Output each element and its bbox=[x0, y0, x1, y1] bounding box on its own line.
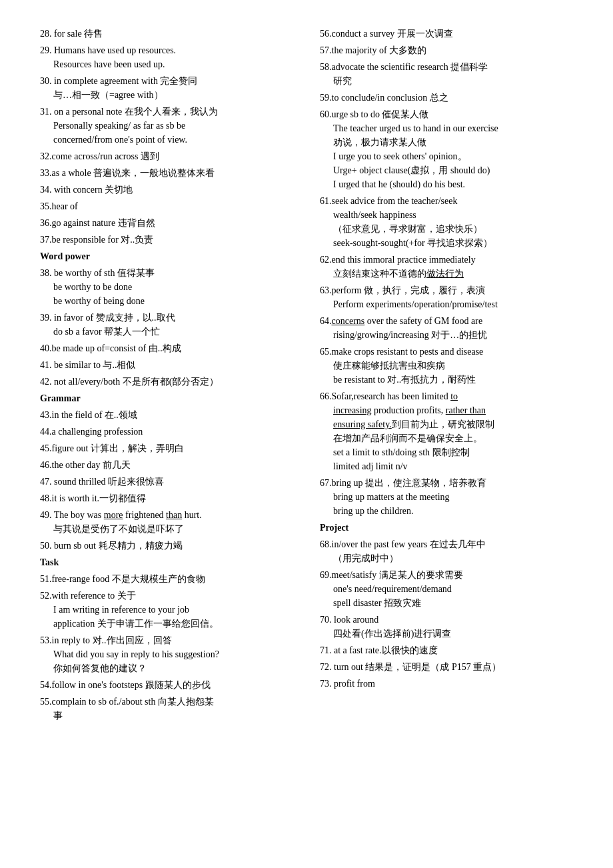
list-item: 42. not all/every/both 不是所有都(部分否定） bbox=[40, 375, 293, 389]
line: spell disaster 招致灾难 bbox=[320, 596, 573, 610]
line: ensuring safety.到目前为止，研究被限制 bbox=[320, 417, 573, 431]
list-item: 54.follow in one's footsteps 跟随某人的步伐 bbox=[40, 678, 293, 692]
list-item: 44.a challenging profession bbox=[40, 425, 293, 439]
line: 29. Humans have used up resources. bbox=[40, 43, 293, 57]
list-item: 46.the other day 前几天 bbox=[40, 458, 293, 472]
line: 事 bbox=[40, 709, 293, 723]
line: set a limit to sth/doing sth 限制控制 bbox=[320, 445, 573, 459]
line: 53.in reply to 对..作出回应，回答 bbox=[40, 633, 293, 647]
line: （用完成时中） bbox=[320, 551, 573, 565]
line: 在增加产品利润而不是确保安全上。 bbox=[320, 431, 573, 445]
line: bring up matters at the meeting bbox=[320, 490, 573, 504]
list-item: 62.end this immoral practice immediately… bbox=[320, 253, 573, 281]
line: Perform experiments/operation/promise/te… bbox=[320, 297, 573, 311]
list-item: 52.with reference to 关于I am writing in r… bbox=[40, 589, 293, 631]
line: 62.end this immoral practice immediately bbox=[320, 253, 573, 267]
line: 69.meet/satisfy 满足某人的要求需要 bbox=[320, 568, 573, 582]
list-item: Grammar bbox=[40, 391, 293, 405]
left-column: 28. for sale 待售29. Humans have used up r… bbox=[40, 27, 306, 725]
line: 30. in complete agreement with 完全赞同 bbox=[40, 74, 293, 88]
list-item: 33.as a whole 普遍说来，一般地说整体来看 bbox=[40, 166, 293, 180]
line: rising/growing/increasing 对于…的担忧 bbox=[320, 328, 573, 342]
list-item: 34. with concern 关切地 bbox=[40, 183, 293, 197]
list-item: 60.urge sb to do 催促某人做The teacher urged … bbox=[320, 107, 573, 191]
list-item: 61.seek advice from the teacher/seekweal… bbox=[320, 194, 573, 250]
list-item: 64.concerns over the safety of GM food a… bbox=[320, 314, 573, 342]
list-item: 72. turn out 结果是，证明是（成 P157 重点） bbox=[320, 660, 573, 674]
list-item: Word power bbox=[40, 249, 293, 263]
line: be resistant to 对..有抵抗力，耐药性 bbox=[320, 373, 573, 387]
list-item: 65.make crops resistant to pests and dis… bbox=[320, 345, 573, 387]
list-item: 71. at a fast rate.以很快的速度 bbox=[320, 643, 573, 657]
line: application 关于申请工作一事给您回信。 bbox=[40, 617, 293, 631]
line: 64.concerns over the safety of GM food a… bbox=[320, 314, 573, 328]
line: do sb a favor 帮某人一个忙 bbox=[40, 325, 293, 339]
line: 52.with reference to 关于 bbox=[40, 589, 293, 603]
line: 63.perform 做，执行，完成，履行，表演 bbox=[320, 283, 573, 297]
list-item: Task bbox=[40, 555, 293, 569]
list-item: 35.hear of bbox=[40, 199, 293, 213]
line: 研究 bbox=[320, 74, 573, 88]
list-item: 36.go against nature 违背自然 bbox=[40, 216, 293, 230]
list-item: 31. on a personal note 在我个人看来，我认为Persona… bbox=[40, 105, 293, 147]
list-item: 51.free-range food 不是大规模生产的食物 bbox=[40, 572, 293, 586]
list-item: 37.be responsible for 对..负责 bbox=[40, 233, 293, 247]
list-item: 66.Sofar,research has been limited toinc… bbox=[320, 389, 573, 473]
line: 61.seek advice from the teacher/seek bbox=[320, 194, 573, 208]
line: 67.bring up 提出，使注意某物，培养教育 bbox=[320, 476, 573, 490]
line: 55.complain to sb of./about sth 向某人抱怨某 bbox=[40, 695, 293, 709]
line: 31. on a personal note 在我个人看来，我认为 bbox=[40, 105, 293, 119]
line: 四处看(作出选择前)进行调查 bbox=[320, 627, 573, 641]
list-item: 55.complain to sb of./about sth 向某人抱怨某事 bbox=[40, 695, 293, 723]
line: be worthy to be done bbox=[40, 280, 293, 294]
line: 60.urge sb to do 催促某人做 bbox=[320, 107, 573, 121]
list-item: 40.be made up of=consist of 由..构成 bbox=[40, 341, 293, 355]
line: 72. turn out 结果是，证明是（成 P157 重点） bbox=[320, 660, 573, 674]
line: seek-sought-sought(+for 寻找追求探索） bbox=[320, 236, 573, 250]
list-item: 57.the majority of 大多数的 bbox=[320, 43, 573, 57]
list-item: 29. Humans have used up resources.Resour… bbox=[40, 43, 293, 71]
list-item: 28. for sale 待售 bbox=[40, 27, 293, 41]
list-item: 41. be similar to 与..相似 bbox=[40, 358, 293, 372]
line: 66.Sofar,research has been limited to bbox=[320, 389, 573, 403]
list-item: 70. look around四处看(作出选择前)进行调查 bbox=[320, 613, 573, 641]
line: 39. in favor of 赞成支持，以..取代 bbox=[40, 311, 293, 325]
list-item: 69.meet/satisfy 满足某人的要求需要one's need/requ… bbox=[320, 568, 573, 610]
list-item: 67.bring up 提出，使注意某物，培养教育bring up matter… bbox=[320, 476, 573, 518]
line: Personally speaking/ as far as sb be bbox=[40, 119, 293, 133]
list-item: Project bbox=[320, 521, 573, 535]
line: 58.advocate the scientific research 提倡科学 bbox=[320, 60, 573, 74]
list-item: 59.to conclude/in conclusion 总之 bbox=[320, 91, 573, 105]
list-item: 50. burn sb out 耗尽精力，精疲力竭 bbox=[40, 539, 293, 553]
line: 70. look around bbox=[320, 613, 573, 627]
right-column: 56.conduct a survey 开展一次调查57.the majorit… bbox=[306, 27, 573, 725]
line: 与其说是受伤了不如说是吓坏了 bbox=[40, 522, 293, 536]
line: increasing production profits, rather th… bbox=[320, 403, 573, 417]
line: The teacher urged us to hand in our exer… bbox=[320, 121, 573, 135]
line: bring up the children. bbox=[320, 504, 573, 518]
list-item: 39. in favor of 赞成支持，以..取代do sb a favor … bbox=[40, 311, 293, 339]
line: 劝说，极力请求某人做 bbox=[320, 135, 573, 149]
line: 你如何答复他的建议？ bbox=[40, 661, 293, 675]
list-item: 45.figure out 计算出，解决，弄明白 bbox=[40, 441, 293, 455]
list-item: 63.perform 做，执行，完成，履行，表演Perform experime… bbox=[320, 283, 573, 311]
list-item: 32.come across/run across 遇到 bbox=[40, 149, 293, 163]
main-content: 28. for sale 待售29. Humans have used up r… bbox=[40, 27, 573, 725]
line: I am writing in reference to your job bbox=[40, 603, 293, 617]
list-item: 48.it is worth it.一切都值得 bbox=[40, 491, 293, 505]
line: concerned/from one's point of view. bbox=[40, 133, 293, 147]
line: 65.make crops resistant to pests and dis… bbox=[320, 345, 573, 359]
line: 使庄稼能够抵抗害虫和疾病 bbox=[320, 359, 573, 373]
line: I urged that he (should) do his best. bbox=[320, 177, 573, 191]
line: What did you say in reply to his suggest… bbox=[40, 647, 293, 661]
line: Urge+ object clause(虚拟，用 should do) bbox=[320, 163, 573, 177]
list-item: 73. profit from bbox=[320, 677, 573, 691]
list-item: 49. The boy was more frightened than hur… bbox=[40, 508, 293, 536]
line: I urge you to seek others' opinion。 bbox=[320, 149, 573, 163]
line: 立刻结束这种不道德的做法行为 bbox=[320, 267, 573, 281]
list-item: 56.conduct a survey 开展一次调查 bbox=[320, 27, 573, 41]
line: be worthy of being done bbox=[40, 294, 293, 308]
list-item: 43.in the field of 在..领域 bbox=[40, 408, 293, 422]
line: 38. be worthy of sth 值得某事 bbox=[40, 266, 293, 280]
line: 与…相一致（=agree with） bbox=[40, 88, 293, 102]
